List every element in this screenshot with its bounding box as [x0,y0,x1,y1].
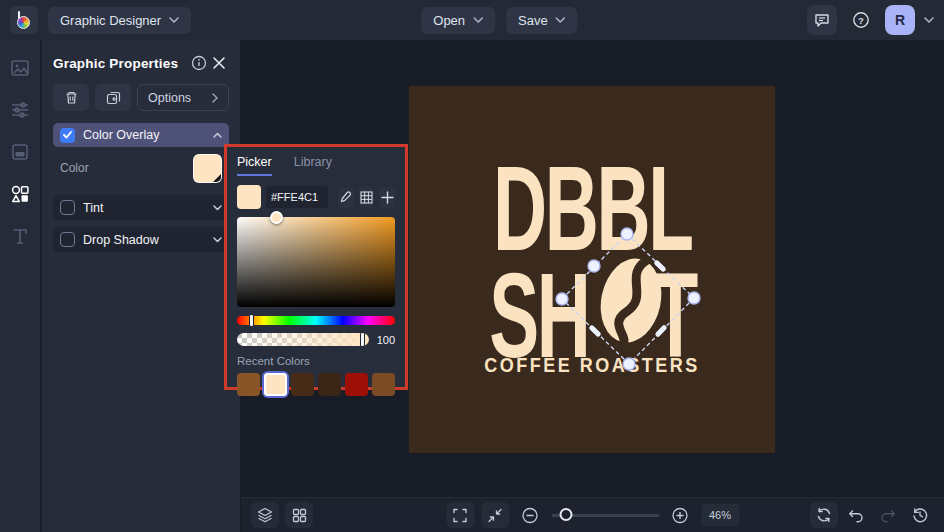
undo-button[interactable] [842,502,870,528]
reset-button[interactable] [810,502,838,528]
pages-button[interactable] [285,502,313,528]
tint-checkbox[interactable] [60,200,75,215]
history-icon [912,507,928,523]
chevron-down-icon [556,17,566,23]
sliders-icon [10,100,30,120]
add-color-button[interactable] [379,187,395,208]
drop-shadow-checkbox[interactable] [60,232,75,247]
color-overlay-swatch[interactable] [193,154,222,183]
zoom-level-value[interactable]: 46% [701,504,739,526]
close-panel-button[interactable] [209,53,229,73]
refresh-icon [816,507,832,523]
fit-to-screen-button[interactable] [481,502,509,528]
logo-line-1[interactable]: DBBL [409,148,775,244]
save-button[interactable]: Save [506,7,578,34]
befunky-logo-icon [17,11,31,29]
eyedropper-button[interactable] [338,187,354,208]
color-grid-button[interactable] [359,187,375,208]
fullscreen-icon [453,508,468,523]
recent-color-swatch-selected[interactable] [264,373,287,396]
text-icon [11,227,29,245]
color-overlay-checkbox[interactable] [60,128,75,143]
color-row: Color [53,148,229,188]
saturation-brightness-picker[interactable] [237,217,395,307]
logo-tagline[interactable]: COFFEE ROASTERS [409,354,775,378]
trash-icon [64,90,79,105]
chat-icon [814,12,830,28]
options-label: Options [148,91,191,105]
help-button[interactable]: ? [846,5,876,35]
plus-circle-icon [672,507,689,524]
grid-2x2-icon [292,508,307,523]
zoom-in-button[interactable] [666,502,694,528]
artboard[interactable]: DBBL SH T COFFEE ROASTERS [409,86,775,453]
history-button[interactable] [906,502,934,528]
befunky-logo[interactable] [10,6,38,34]
feedback-button[interactable] [807,5,837,35]
recent-color-swatch[interactable] [291,373,314,396]
grid-icon [360,191,373,204]
tint-section-header[interactable]: Tint [53,195,229,220]
undo-icon [848,507,864,523]
tab-picker[interactable]: Picker [237,155,272,176]
save-label: Save [518,13,548,28]
color-overlay-section-header[interactable]: Color Overlay [53,123,229,147]
delete-button[interactable] [53,84,89,111]
tint-label: Tint [83,201,103,215]
duplicate-button[interactable] [95,84,131,111]
swatch-corner-fold [212,173,222,183]
account-chevron-down-icon[interactable] [924,17,934,23]
recent-color-swatch[interactable] [237,373,260,396]
image-icon [10,58,30,78]
recent-color-swatch[interactable] [372,373,395,396]
color-picker-popup: Picker Library 100 Recent Colors [224,144,408,390]
chevron-up-icon [213,132,222,138]
fullscreen-button[interactable] [446,502,474,528]
drop-shadow-label: Drop Shadow [83,233,159,247]
picker-tabs: Picker Library [237,155,395,176]
tab-library[interactable]: Library [294,155,332,176]
drop-shadow-section-header[interactable]: Drop Shadow [53,227,229,252]
open-label: Open [433,13,465,28]
app-mode-menu[interactable]: Graphic Designer [48,7,191,34]
color-label: Color [60,161,89,175]
hex-input[interactable] [266,186,328,208]
sidebar-item-adjustments[interactable] [6,96,34,124]
recent-color-swatch[interactable] [318,373,341,396]
redo-icon [880,507,896,523]
redo-button[interactable] [874,502,902,528]
zoom-out-button[interactable] [516,502,544,528]
color-overlay-label: Color Overlay [83,128,159,142]
info-button[interactable] [189,53,209,73]
recent-color-swatch[interactable] [345,373,368,396]
graphic-properties-panel: Graphic Properties Options Color Overlay… [42,40,240,532]
user-avatar[interactable]: R [885,5,915,35]
fit-screen-icon [488,508,503,523]
options-button[interactable]: Options [137,84,229,111]
shapes-icon [10,184,30,204]
open-button[interactable]: Open [421,7,495,34]
panel-title: Graphic Properties [53,56,178,71]
zoom-slider-knob[interactable] [559,508,572,521]
opacity-slider[interactable] [237,333,369,346]
hue-slider[interactable] [237,316,395,325]
app-mode-label: Graphic Designer [60,13,161,28]
current-color-swatch [237,185,261,209]
recent-colors-label: Recent Colors [237,355,395,367]
close-icon [213,57,225,69]
zoom-slider[interactable] [551,514,659,517]
opacity-handle[interactable] [360,332,365,347]
layers-button[interactable] [251,502,279,528]
saturation-handle[interactable] [270,211,283,224]
sidebar-item-photo-manager[interactable] [6,54,34,82]
sidebar-item-text[interactable] [6,222,34,250]
sidebar-item-templates[interactable] [6,138,34,166]
opacity-value: 100 [373,334,395,346]
recent-colors-row [237,373,395,396]
chevron-down-icon [473,17,483,23]
eyedropper-icon [339,191,352,204]
sidebar-item-graphics[interactable] [6,180,34,208]
hue-handle[interactable] [249,314,254,327]
chevron-down-icon [169,17,179,23]
chevron-down-icon [213,237,222,243]
